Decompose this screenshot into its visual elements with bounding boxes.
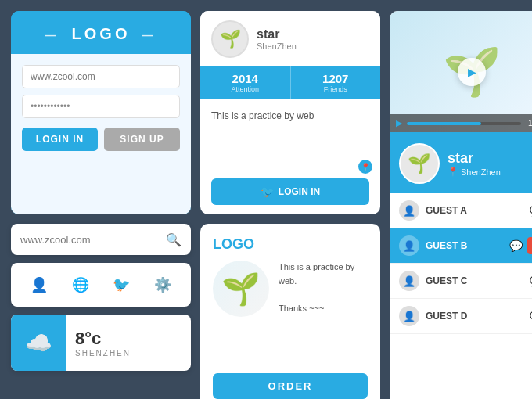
message-button-a[interactable]: 💬 [527,202,532,219]
user-city: 📍 ShenZhen [448,167,501,177]
description-text: This is a practice by web.Thanks ~~~ [279,261,368,364]
signup-button[interactable]: SIGN UP [104,128,180,151]
play-button[interactable]: ▶ [458,58,486,86]
order-button[interactable]: ORDER [213,373,368,399]
settings-icon[interactable]: ⚙️ [149,271,177,299]
play-small-icon[interactable]: ▶ [396,118,402,128]
login-logo: — LOGO — [11,11,191,54]
password-input[interactable] [22,95,180,118]
user-name-a: GUEST A [426,205,527,216]
city-label: SHENZHEN [75,349,182,358]
card-search-icons: 🔍 👤 🌐 🐦 ⚙️ ☁️ 8°c SHENZHEN [11,224,191,399]
profile-name: star [257,27,297,41]
delete-button-b[interactable]: 🗑 [527,237,532,254]
user-avatar-a: 👤 [399,200,419,221]
user-row-c: 👤 GUEST C 💬 [390,264,532,299]
profile-header: 🌱 star ShenZhen [200,11,380,66]
friends-num: 1207 [296,72,376,85]
card-userlist: 🌱 ▶ ▶ -10:23 🌱 star 📍 ShenZhen [390,11,532,399]
user-list: 👤 GUEST A 💬 👤 GUEST B 💬 🗑 👤 GUEST C 💬 👤 … [390,193,532,399]
stat-attention: 2014 Attention [200,66,291,99]
twitter-icon: 🐦 [261,185,274,198]
plant-icon: 🌱 [220,29,241,49]
message-button-c[interactable]: 💬 [527,272,532,289]
user-avatar-d: 👤 [399,306,419,326]
card-login: — LOGO — www.zcool.com LOGIN IN SIGN UP [11,11,191,214]
stats-bar: 2014 Attention 1207 Friends [200,66,380,99]
user-header-info: star 📍 ShenZhen [448,150,501,177]
main-grid: — LOGO — www.zcool.com LOGIN IN SIGN UP … [0,0,532,399]
login-form: www.zcool.com LOGIN IN SIGN UP [11,54,191,214]
attention-num: 2014 [205,72,286,85]
logo-dash-left: — [45,29,59,41]
avatar: 🌱 [211,20,249,58]
message-button-b[interactable]: 💬 [507,237,524,254]
weather-icon-box: ☁️ [11,315,66,371]
icon-bar: 👤 🌐 🐦 ⚙️ [11,263,191,307]
cloud-icon: ☁️ [25,330,52,356]
stat-friends: 1207 Friends [291,66,381,99]
user-plant-icon: 🌱 [408,153,431,174]
profile-message: This is a practice by web 📍 [200,99,380,178]
plant-image: 🌱 [213,261,269,317]
card-weather: ☁️ 8°c SHENZHEN [11,315,191,371]
location-icon: 📍 [448,167,458,177]
video-section: 🌱 ▶ ▶ -10:23 [390,11,532,132]
card-profile: 🌱 star ShenZhen 2014 Attention 1207 Frie… [200,11,380,214]
profile-city: ShenZhen [257,41,297,51]
progress-fill [407,122,481,125]
user-row: 👤 GUEST A 💬 [390,193,532,228]
search-bar: 🔍 [11,224,191,255]
progress-bar[interactable] [407,122,521,125]
login-button[interactable]: LOGIN IN [22,128,98,151]
friends-label: Friends [296,85,376,93]
user-display-name: star [448,150,501,167]
search-button[interactable]: 🔍 [166,232,182,247]
user-name-b: GUEST B [426,240,507,251]
time-display: -10:23 [526,119,532,128]
twitter-icon[interactable]: 🐦 [107,271,135,299]
map-pin-icon: 📍 [358,160,372,174]
search-input[interactable] [20,234,166,246]
weather-info: 8°c SHENZHEN [66,322,191,364]
twitter-login-button[interactable]: 🐦 LOGIN IN [211,178,369,205]
globe-icon[interactable]: 🌐 [66,271,95,299]
attention-label: Attention [205,85,286,93]
user-name-c: GUEST C [426,275,527,286]
message-text: This is a practice by web [211,110,314,121]
message-button-d[interactable]: 💬 [527,307,532,325]
twitter-login-label: LOGIN IN [279,186,320,197]
card-logo-plant: LOGO 🌱 This is a practice by web.Thanks … [200,224,380,399]
user-name-d: GUEST D [426,311,527,322]
user-row-d: 👤 GUEST D 💬 [390,299,532,334]
login-btn-row: LOGIN IN SIGN UP [22,128,180,151]
video-controls: ▶ -10:23 [390,114,532,132]
url-input[interactable]: www.zcool.com [22,65,180,88]
user-avatar-large: 🌱 [399,143,440,184]
logo-label: LOGO [213,236,368,253]
user-avatar-b: 👤 [399,235,419,256]
content-row: 🌱 This is a practice by web.Thanks ~~~ [213,261,368,364]
plant-icon-lg: 🌱 [221,271,261,307]
user-row-highlighted: 👤 GUEST B 💬 🗑 [390,228,532,264]
profile-info: star ShenZhen [257,27,297,51]
logo-dash-right: — [142,29,156,41]
temperature-display: 8°c [75,329,182,349]
user-avatar-c: 👤 [399,271,419,291]
user-icon[interactable]: 👤 [25,271,53,299]
user-profile-header: 🌱 star 📍 ShenZhen [390,132,532,193]
